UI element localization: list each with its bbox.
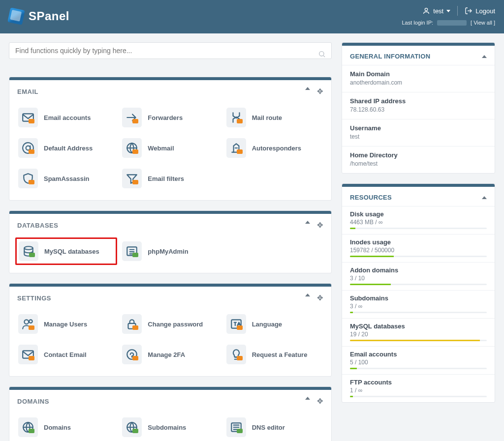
chevron-up-icon[interactable] — [482, 55, 487, 58]
domains-item-dns-editor[interactable]: DNS editor — [223, 413, 325, 441]
brand[interactable]: SPanel — [9, 9, 69, 24]
settings-item-request-a-feature[interactable]: Request a Feature — [223, 341, 325, 368]
email-item-default-address[interactable]: Default Address — [15, 134, 117, 162]
databases-item-mysql-databases[interactable]: MySQL databases — [15, 237, 117, 265]
email-panel: EMAIL ✥ Email accounts Forwarders Mail r… — [9, 77, 332, 201]
domains-item-subdomains[interactable]: Subdomains — [119, 413, 221, 441]
brand-name: SPanel — [29, 9, 69, 23]
user-icon — [422, 7, 430, 15]
chevron-up-icon[interactable] — [305, 397, 310, 400]
logo-icon — [7, 7, 25, 25]
progress-bar — [350, 256, 487, 257]
item-label: Autoresponders — [252, 145, 301, 152]
chevron-up-icon[interactable] — [305, 87, 310, 90]
info-label: Home Directory — [350, 151, 487, 159]
item-label: Contact Email — [44, 351, 87, 358]
progress-bar — [350, 340, 487, 341]
last-login-label: Last login IP: — [402, 20, 433, 26]
email-item-email-accounts[interactable]: Email accounts — [15, 104, 117, 131]
caret-down-icon — [446, 10, 450, 12]
resource-label: Email accounts — [350, 351, 487, 358]
envelope-icon — [18, 345, 38, 364]
email-item-autoresponders[interactable]: Autoresponders — [223, 134, 325, 162]
settings-item-manage-users[interactable]: Manage Users — [15, 310, 117, 338]
item-label: Webmail — [148, 145, 174, 152]
resource-row: Disk usage 4463 MB / ∞ — [342, 206, 495, 234]
resource-value: 3 / 10 — [350, 275, 487, 282]
globe-icon — [122, 138, 142, 158]
filter-icon — [122, 169, 142, 188]
resource-value: 5 / 100 — [350, 359, 487, 366]
users-icon — [18, 314, 38, 334]
world-icon — [18, 417, 38, 437]
item-label: Default Address — [44, 145, 93, 152]
info-value: anotherdomain.com — [350, 79, 487, 86]
resource-value: 19 / 20 — [350, 331, 487, 338]
resource-label: Subdomains — [350, 294, 487, 302]
email-item-forwarders[interactable]: Forwarders — [119, 104, 221, 131]
chevron-up-icon[interactable] — [305, 221, 310, 224]
item-label: Mail route — [252, 114, 282, 121]
resource-row: Addon domains 3 / 10 — [342, 262, 495, 290]
resources-title: RESOURCES — [350, 194, 392, 201]
lang-icon — [226, 314, 246, 334]
settings-item-manage-2fa[interactable]: Manage 2FA — [119, 341, 221, 368]
progress-bar — [350, 368, 487, 369]
search-icon — [318, 50, 326, 60]
db-icon — [19, 241, 38, 261]
resource-row: FTP accounts 1 / ∞ — [342, 374, 495, 402]
email-item-email-filters[interactable]: Email filters — [119, 165, 221, 192]
resource-value: 159782 / 500000 — [350, 247, 487, 254]
chevron-up-icon[interactable] — [305, 294, 310, 296]
databases-panel: DATABASES ✥ MySQL databases phpMyAdmin — [9, 210, 332, 273]
header: SPanel test Logout Last login IP: [ View… — [0, 0, 504, 33]
domains-item-domains[interactable]: Domains — [15, 413, 117, 441]
domains-panel: DOMAINS ✥ Domains Subdomains DNS editor … — [9, 386, 332, 441]
pma-icon — [122, 241, 142, 261]
email-item-spamassassin[interactable]: SpamAssassin — [15, 165, 117, 192]
email-item-mail-route[interactable]: Mail route — [223, 104, 325, 131]
view-all-link[interactable]: [ View all ] — [471, 20, 495, 26]
move-icon[interactable]: ✥ — [317, 397, 323, 406]
dns-icon — [226, 417, 246, 437]
world-icon — [122, 417, 142, 437]
twofa-icon — [122, 345, 142, 364]
info-value: 78.128.60.63 — [350, 106, 487, 113]
item-label: Language — [252, 321, 282, 328]
move-icon[interactable]: ✥ — [317, 87, 323, 96]
svg-point-26 — [127, 350, 137, 359]
user-menu[interactable]: test — [422, 7, 450, 15]
mail-icon — [18, 108, 38, 127]
search-input[interactable] — [9, 42, 332, 59]
resource-label: Disk usage — [350, 210, 487, 218]
resource-label: MySQL databases — [350, 323, 487, 330]
item-label: Forwarders — [148, 114, 183, 121]
bulb-icon — [226, 345, 246, 364]
logout-button[interactable]: Logout — [465, 7, 495, 15]
progress-bar — [350, 228, 487, 229]
move-icon[interactable]: ✥ — [317, 294, 323, 302]
info-label: Username — [350, 124, 487, 132]
resources-panel: RESOURCES Disk usage 4463 MB / ∞ Inodes … — [342, 183, 495, 403]
move-icon[interactable]: ✥ — [317, 221, 323, 230]
progress-bar — [350, 312, 487, 313]
shield-icon — [18, 169, 38, 188]
general-info-title: GENERAL INFORMATION — [350, 53, 430, 60]
route-icon — [226, 108, 246, 127]
chevron-up-icon[interactable] — [482, 196, 487, 199]
auto-icon — [226, 138, 246, 158]
item-label: DNS editor — [252, 424, 285, 431]
email-item-webmail[interactable]: Webmail — [119, 134, 221, 162]
email-title: EMAIL — [17, 88, 38, 95]
item-label: Domains — [44, 424, 71, 431]
databases-item-phpmyadmin[interactable]: phpMyAdmin — [119, 237, 221, 265]
resource-label: Inodes usage — [350, 238, 487, 246]
svg-point-18 — [29, 320, 32, 323]
info-row: Usernametest — [342, 119, 495, 146]
settings-item-language[interactable]: Language — [223, 310, 325, 338]
resource-value: 1 / ∞ — [350, 387, 487, 394]
settings-item-contact-email[interactable]: Contact Email — [15, 341, 117, 368]
item-label: MySQL databases — [44, 248, 99, 255]
settings-item-change-password[interactable]: Change password — [119, 310, 221, 338]
svg-point-6 — [26, 146, 31, 150]
